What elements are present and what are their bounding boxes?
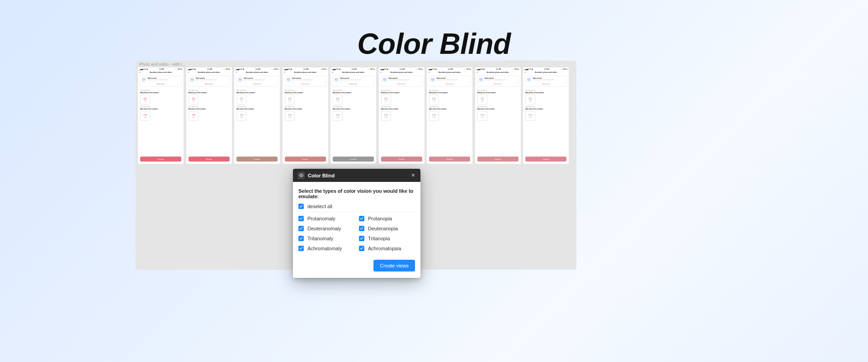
phone-frame[interactable]: ▂▃▄▅ DoX ⦿ 9:41 AM ⚡ 100% ▮ ‹ Accident p… [330, 67, 376, 164]
back-icon[interactable]: ‹ [525, 71, 526, 73]
video-icon [432, 114, 436, 116]
option-tritanopia[interactable]: Tritanopia [359, 236, 415, 241]
option-achromatomaly[interactable]: Achromatomaly [298, 246, 354, 251]
continue-button[interactable]: Continue [333, 157, 374, 162]
watch-tutorial-link[interactable]: Watch tutorial [334, 83, 373, 85]
photo-uploader[interactable]: Photo [285, 95, 295, 105]
back-icon[interactable]: ‹ [284, 71, 285, 73]
continue-button[interactable]: Continue [477, 157, 519, 162]
watch-tutorial-link[interactable]: Watch tutorial [382, 83, 421, 85]
back-icon[interactable]: ‹ [477, 71, 478, 73]
back-icon[interactable]: ‹ [140, 71, 141, 73]
photo-uploader[interactable]: Photo [429, 95, 439, 105]
photo-section-title: Add photos of the accident [429, 92, 470, 94]
back-icon[interactable]: ‹ [188, 71, 189, 73]
svg-point-36 [301, 175, 302, 176]
deselect-all-checkbox[interactable] [298, 204, 304, 209]
video-uploader[interactable]: Video [333, 111, 343, 121]
video-icon [192, 114, 195, 116]
continue-button[interactable]: Continue [140, 157, 181, 162]
continue-button[interactable]: Continue [429, 157, 470, 162]
video-uploader[interactable]: Video [477, 111, 487, 121]
option-achromatopsia[interactable]: Achromatopsia [359, 246, 415, 251]
option-checkbox[interactable] [298, 226, 304, 231]
back-icon[interactable]: ‹ [429, 71, 429, 73]
phone-frame[interactable]: ▂▃▄▅ DoX ⦿ 9:41 AM ⚡ 100% ▮ ‹ Accident p… [523, 67, 569, 164]
continue-button[interactable]: Continue [189, 157, 230, 162]
option-protanomaly[interactable]: Protanomaly [298, 216, 354, 221]
option-deuteranopia[interactable]: Deuteranopia [359, 226, 415, 231]
video-uploader[interactable]: Video [381, 111, 391, 121]
phone-frame[interactable]: ▂▃▄▅ DoX ⦿ 9:41 AM ⚡ 100% ▮ ‹ Accident p… [427, 67, 472, 164]
photo-uploader[interactable]: Photo [477, 95, 487, 105]
watch-tutorial-link[interactable]: Watch tutorial [286, 83, 325, 85]
tutorial-desc: Watch video with AS-filling flow step-by… [147, 80, 169, 81]
continue-button[interactable]: Continue [236, 157, 278, 162]
svg-rect-23 [384, 114, 387, 115]
tutorial-card: Video tutorial Watch video with AS-filli… [429, 76, 471, 87]
option-deuteranomaly[interactable]: Deuteranomaly [298, 226, 354, 231]
watch-tutorial-link[interactable]: Watch tutorial [430, 83, 469, 85]
watch-tutorial-link[interactable]: Watch tutorial [238, 83, 276, 85]
video-uploader[interactable]: Video [525, 111, 535, 121]
modal-header: Color Blind [293, 169, 420, 182]
photo-uploader[interactable]: Photo [525, 95, 535, 105]
phone-frame[interactable]: ▂▃▄▅ DoX ⦿ 9:41 AM ⚡ 100% ▮ ‹ Accident p… [379, 67, 425, 164]
back-icon[interactable]: ‹ [381, 71, 382, 73]
video-uploader[interactable]: Video [140, 111, 150, 121]
video-uploader[interactable]: Video [429, 111, 439, 121]
chat-icon [527, 77, 531, 82]
option-checkbox[interactable] [359, 216, 364, 221]
camera-icon [384, 97, 388, 100]
video-section-label: Video (Mandatory) [429, 106, 470, 108]
phone-frame[interactable]: ▂▃▄▅ DoX ⦿ 9:41 AM ⚡ 100% ▮ ‹ Accident p… [283, 67, 328, 164]
svg-rect-3 [144, 114, 146, 115]
video-uploader[interactable]: Video [285, 111, 295, 121]
svg-rect-7 [192, 114, 194, 115]
continue-button[interactable]: Continue [381, 157, 422, 162]
photo-uploader[interactable]: Photo [333, 95, 343, 105]
video-uploader[interactable]: Video [189, 111, 198, 121]
watch-tutorial-link[interactable]: Watch tutorial [142, 83, 180, 85]
screen-title: Accident photo and video [198, 71, 220, 73]
option-label: Deuteranomaly [307, 226, 341, 231]
close-button[interactable] [410, 171, 417, 179]
deselect-all-option[interactable]: deselect all [298, 204, 415, 209]
phone-frame[interactable]: ▂▃▄▅ DoX ⦿ 9:41 AM ⚡ 100% ▮ ‹ Accident p… [234, 67, 280, 164]
watch-tutorial-link[interactable]: Watch tutorial [190, 83, 228, 85]
watch-tutorial-link[interactable]: Watch tutorial [479, 83, 517, 85]
option-checkbox[interactable] [298, 236, 304, 241]
photo-upload-label: Photo [192, 100, 194, 102]
photo-uploader[interactable]: Photo [381, 95, 391, 105]
svg-rect-17 [336, 98, 340, 100]
svg-rect-5 [192, 98, 195, 100]
back-icon[interactable]: ‹ [236, 71, 237, 73]
phone-frame[interactable]: ▂▃▄▅ DoX ⦿ 9:41 AM ⚡ 100% ▮ ‹ Accident p… [475, 67, 521, 164]
photo-uploader[interactable]: Photo [140, 95, 150, 105]
svg-rect-19 [336, 114, 339, 115]
video-uploader[interactable]: Video [236, 111, 246, 121]
chat-icon [190, 77, 194, 82]
screen-title: Accident photo and video [294, 71, 316, 73]
back-icon[interactable]: ‹ [332, 71, 333, 73]
option-tritanomaly[interactable]: Tritanomaly [298, 236, 354, 241]
continue-button[interactable]: Continue [285, 157, 326, 162]
phone-frame[interactable]: ▂▃▄▅ DoX ⦿ 9:41 AM ⚡ 100% ▮ ‹ Accident p… [138, 67, 184, 164]
option-checkbox[interactable] [359, 226, 364, 231]
option-checkbox[interactable] [359, 236, 364, 241]
frame-label: Photo and video - with t... [139, 62, 576, 67]
phone-frame[interactable]: ▂▃▄▅ DoX ⦿ 9:41 AM ⚡ 100% ▮ ‹ Accident p… [186, 67, 232, 164]
photo-uploader[interactable]: Photo [189, 95, 198, 105]
option-checkbox[interactable] [359, 246, 364, 251]
option-checkbox[interactable] [298, 216, 304, 221]
watch-tutorial-link[interactable]: Watch tutorial [527, 83, 565, 85]
svg-rect-13 [288, 98, 291, 100]
divider [298, 212, 415, 212]
option-protanopia[interactable]: Protanopia [359, 216, 415, 221]
create-views-button[interactable]: Create views [373, 260, 415, 272]
photo-uploader[interactable]: Photo [236, 95, 246, 105]
option-checkbox[interactable] [298, 246, 304, 251]
photo-section-title: Add photos of the accident [236, 92, 278, 94]
tutorial-card: Video tutorial Watch video with AS-filli… [381, 76, 423, 87]
continue-button[interactable]: Continue [525, 157, 566, 162]
